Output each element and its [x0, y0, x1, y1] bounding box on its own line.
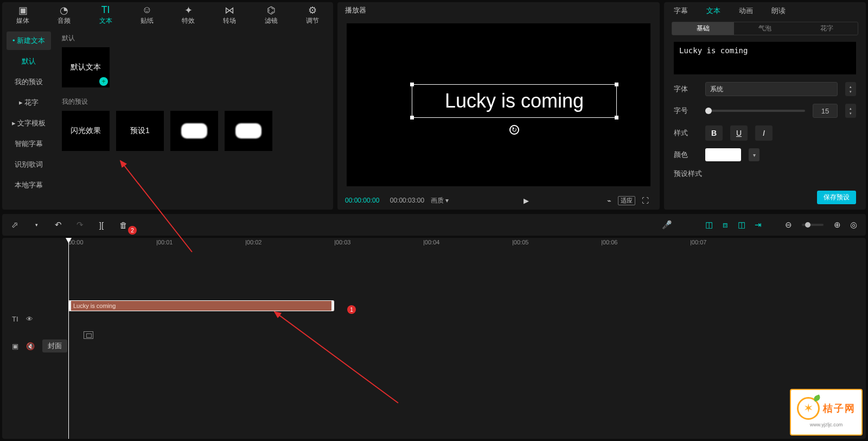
align-2-icon[interactable]: ⧈ [719, 219, 731, 231]
subtab-fancy[interactable]: 花字 [796, 22, 858, 35]
delete-button[interactable]: 🗑 [117, 219, 129, 231]
italic-button[interactable]: I [755, 125, 773, 141]
save-preset-button[interactable]: 保存预设 [817, 191, 856, 204]
sidebar-item-text-template[interactable]: ▸ 文字模板 [7, 114, 51, 133]
tab-text[interactable]: 文本 [706, 6, 720, 16]
slider-thumb[interactable] [705, 108, 712, 114]
tab-effect[interactable]: ✦特效 [168, 2, 209, 27]
resize-handle-bl[interactable] [410, 116, 414, 119]
sidebar-item-label: 花字 [24, 98, 39, 106]
tab-audio[interactable]: ◔音频 [43, 2, 85, 27]
align-3-icon[interactable]: ◫ [736, 219, 748, 231]
resize-handle-tl[interactable] [410, 83, 414, 86]
leaf-icon [813, 394, 821, 402]
text-editor[interactable] [674, 42, 856, 74]
tab-sticker[interactable]: ☺贴纸 [126, 2, 168, 27]
subtab-bubble[interactable]: 气泡 [734, 22, 796, 35]
zoom-in-icon[interactable]: ⊕ [831, 219, 843, 231]
tab-text[interactable]: TI文本 [85, 2, 126, 27]
ruler-tick: 00:00 [68, 239, 84, 245]
color-dropdown-icon[interactable]: ▾ [749, 148, 760, 161]
size-stepper[interactable]: ▴▾ [845, 104, 856, 118]
tracks[interactable]: 00:00 |00:01 |00:02 |00:03 |00:04 |00:05… [68, 238, 866, 439]
ruler-tick: |00:07 [690, 239, 706, 245]
thumb-preset-3[interactable] [170, 111, 218, 151]
resize-handle-tr[interactable] [615, 83, 618, 86]
rotate-handle-icon[interactable]: ↻ [509, 125, 519, 135]
sidebar-item-default[interactable]: 默认 [7, 52, 51, 71]
text-overlay-frame[interactable]: Lucky is coming ↻ [412, 84, 617, 118]
mute-icon[interactable]: 🔇 [26, 342, 35, 350]
font-select[interactable]: 系统 [705, 82, 838, 96]
text-clip[interactable]: Lucky is coming [68, 300, 334, 311]
play-button[interactable]: ▶ [524, 197, 529, 205]
zoom-fit-icon[interactable]: ◎ [847, 219, 859, 231]
player-panel: 播放器 Lucky is coming ↻ 00:00:00:00 00:00:… [337, 2, 660, 210]
split-button[interactable]: ][ [95, 219, 107, 231]
tab-filter-label: 滤镜 [265, 16, 278, 26]
align-4-icon[interactable]: ⇥ [752, 219, 764, 231]
tab-filter[interactable]: ⌬滤镜 [251, 2, 292, 27]
effect-icon: ✦ [184, 4, 193, 16]
player-stage[interactable]: Lucky is coming ↻ [347, 23, 650, 186]
ruler-tick: |00:02 [245, 239, 261, 245]
visibility-icon[interactable]: 👁 [26, 315, 33, 323]
text-track-icon: TI [12, 315, 18, 323]
tab-tts[interactable]: 朗读 [771, 6, 786, 16]
font-stepper[interactable]: ▴▾ [845, 82, 856, 96]
resize-handle-br[interactable] [615, 116, 618, 119]
fit-button[interactable]: 适应 [618, 196, 635, 205]
zoom-thumb[interactable] [805, 222, 810, 228]
add-icon[interactable]: + [99, 77, 108, 86]
subtab-basic[interactable]: 基础 [672, 22, 734, 35]
watermark-logo-icon: ✶ [797, 397, 820, 420]
size-slider[interactable] [705, 110, 805, 112]
sidebar-item-my-presets[interactable]: 我的预设 [7, 73, 51, 91]
zoom-slider[interactable] [802, 224, 824, 226]
tab-anim[interactable]: 动画 [739, 6, 753, 16]
ruler-tick: |00:03 [334, 239, 350, 245]
scope-icon[interactable]: ⌁ [607, 197, 611, 205]
underline-button[interactable]: U [730, 125, 748, 141]
thumb-preset-1[interactable]: 闪光效果 [62, 111, 110, 151]
ruler-tick: |00:06 [601, 239, 617, 245]
video-track-head: ▣ 🔇 封面 [2, 332, 68, 360]
redo-button[interactable]: ↷ [74, 219, 86, 231]
thumb-preset-4[interactable] [225, 111, 272, 151]
media-icon: ▣ [18, 4, 28, 16]
cursor-dropdown-icon[interactable]: ▾ [30, 219, 42, 231]
tab-media-label: 媒体 [16, 16, 29, 26]
mic-icon[interactable]: 🎤 [661, 219, 673, 231]
clip-label: Lucky is coming [73, 303, 116, 309]
sidebar-item-fancy-text[interactable]: ▸ 花字 [7, 93, 51, 112]
cover-button[interactable]: 封面 [42, 339, 67, 352]
font-value: 系统 [710, 85, 723, 94]
sidebar-item-new-text[interactable]: • 新建文本 [7, 32, 51, 50]
fullscreen-icon[interactable]: ⛶ [642, 197, 649, 205]
undo-button[interactable]: ↶ [52, 219, 64, 231]
tab-adjust[interactable]: ⚙调节 [292, 2, 333, 27]
sidebar-item-smart-subtitle[interactable]: 智能字幕 [7, 135, 51, 153]
timeline-ruler[interactable]: 00:00 |00:01 |00:02 |00:03 |00:04 |00:05… [68, 238, 866, 248]
thumb-preset-2[interactable]: 预设1 [116, 111, 164, 151]
sidebar-item-local-subtitle[interactable]: 本地字幕 [7, 176, 51, 194]
zoom-out-icon[interactable]: ⊖ [782, 219, 794, 231]
quality-selector[interactable]: 画质 ▾ [431, 196, 449, 205]
tab-subtitle[interactable]: 字幕 [674, 6, 688, 16]
bold-button[interactable]: B [705, 125, 723, 141]
timeline-area: TI 👁 ▣ 🔇 封面 00:00 |00:01 |00:02 |00:03 |… [2, 238, 866, 439]
color-swatch[interactable] [705, 148, 741, 161]
cursor-tool-icon[interactable]: ⬀ [9, 219, 21, 231]
thumb-label: 默认文本 [71, 62, 101, 72]
font-label: 字体 [674, 84, 698, 94]
tab-media[interactable]: ▣媒体 [2, 2, 43, 27]
playhead[interactable] [68, 238, 69, 439]
tab-transition[interactable]: ⋈转场 [209, 2, 250, 27]
thumb-default-text[interactable]: 默认文本 + [62, 47, 110, 87]
align-1-icon[interactable]: ◫ [703, 219, 715, 231]
sidebar-item-lyrics[interactable]: 识别歌词 [7, 155, 51, 174]
tab-text-label: 文本 [99, 16, 112, 26]
asset-content: 默认 默认文本 + 我的预设 闪光效果 预设1 [55, 27, 333, 210]
video-track-icon: ▣ [12, 342, 18, 350]
preset-style-label: 预设样式 [674, 169, 702, 179]
